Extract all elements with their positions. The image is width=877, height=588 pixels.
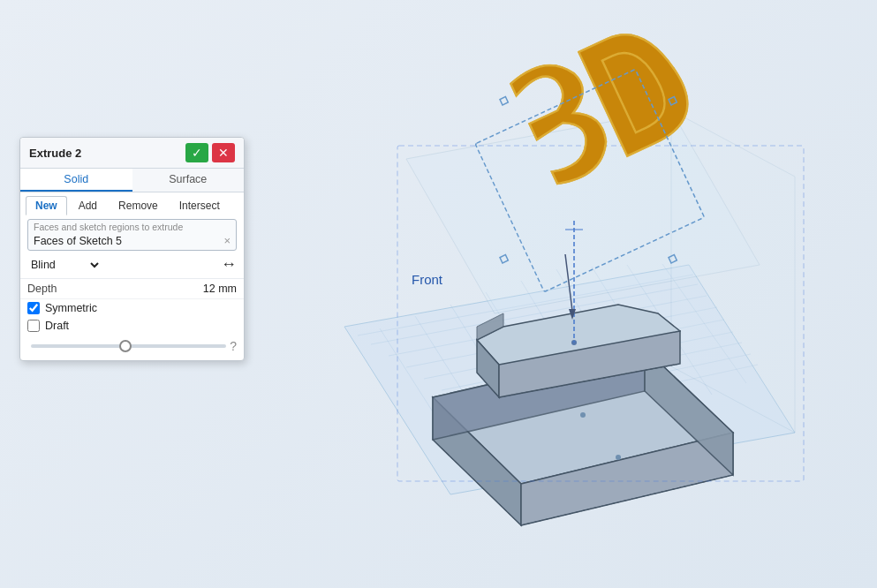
dialog-action-buttons: ✓ ✕ [185,143,235,162]
svg-point-29 [616,455,621,460]
tab-add[interactable]: Add [69,196,107,215]
depth-label: Depth [27,283,57,295]
help-icon[interactable]: ? [230,339,237,353]
clear-selection-button[interactable]: × [223,234,231,247]
selection-value-row: Faces of Sketch 5 × [28,232,236,250]
slider-track[interactable] [31,344,226,348]
tab-intersect[interactable]: Intersect [170,196,230,215]
depth-row: Depth 12 mm [20,279,244,299]
direction-row: Blind Through All To Next To Face Symmet… [20,251,244,279]
selection-group[interactable]: Faces and sketch regions to extrude Face… [27,219,237,251]
operation-tab-bar: New Add Remove Intersect [20,192,244,215]
svg-rect-41 [500,97,508,105]
draft-label[interactable]: Draft [45,320,69,332]
tab-remove[interactable]: Remove [109,196,168,215]
dialog-title: Extrude 2 [29,147,81,160]
dialog-header: Extrude 2 ✓ ✕ [20,138,244,169]
slider-thumb[interactable] [119,340,132,352]
draft-row: Draft [20,317,244,335]
front-label: Front [412,272,442,287]
ok-button[interactable]: ✓ [185,143,208,162]
symmetric-label[interactable]: Symmetric [45,302,97,314]
tab-solid[interactable]: Solid [20,169,132,192]
symmetric-row: Symmetric [20,299,244,317]
selection-placeholder: Faces and sketch regions to extrude [28,220,236,232]
draft-checkbox[interactable] [27,320,40,332]
direction-select[interactable]: Blind Through All To Next To Face Symmet… [27,258,102,272]
extrude-dialog: Extrude 2 ✓ ✕ Solid Surface New Add Remo… [19,137,245,361]
flip-direction-button[interactable]: ↔ [221,255,237,274]
selection-value: Faces of Sketch 5 [34,235,122,247]
cancel-button[interactable]: ✕ [212,143,235,162]
symmetric-checkbox[interactable] [27,302,40,314]
tab-new[interactable]: New [26,196,67,215]
svg-point-28 [580,412,586,418]
depth-value[interactable]: 12 mm [203,283,237,295]
type-tab-bar: Solid Surface [20,169,244,192]
slider-row: ? [20,335,244,360]
tab-surface[interactable]: Surface [132,169,245,192]
